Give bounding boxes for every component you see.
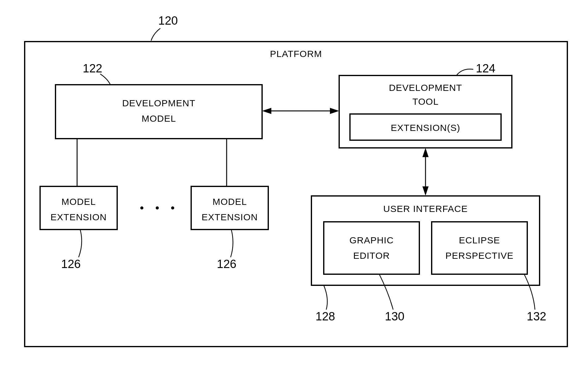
dev-tool-refnum: 124 <box>476 62 495 75</box>
leader-128 <box>324 285 327 310</box>
ellipsis-dot1 <box>140 206 143 209</box>
ellipsis-dot2 <box>156 206 159 209</box>
model-ext-left-box <box>40 186 117 230</box>
model-ext-right-line2: EXTENSION <box>202 212 258 222</box>
model-ext-left-line2: EXTENSION <box>51 212 107 222</box>
platform-label: PLATFORM <box>270 49 322 59</box>
dev-tool-line1: DEVELOPMENT <box>389 83 462 93</box>
model-ext-left-refnum: 126 <box>61 258 80 270</box>
eclipse-line1: ECLIPSE <box>459 235 500 245</box>
graphic-editor-refnum: 130 <box>385 310 404 323</box>
leader-120 <box>151 28 160 41</box>
graphic-editor-line1: GRAPHIC <box>349 235 394 245</box>
dev-model-line2: MODEL <box>142 113 176 124</box>
diagram-root: PLATFORM 120 DEVELOPMENT MODEL 122 MODEL… <box>0 0 588 370</box>
model-ext-right-box <box>191 186 268 230</box>
model-ext-left-line1: MODEL <box>61 197 96 207</box>
eclipse-line2: PERSPECTIVE <box>445 250 513 261</box>
graphic-editor-line2: EDITOR <box>353 250 390 261</box>
platform-refnum: 120 <box>158 14 178 27</box>
dev-model-box <box>56 85 262 139</box>
leader-126-left <box>79 230 82 257</box>
leader-132 <box>524 274 535 310</box>
dev-tool-line2: TOOL <box>412 96 438 107</box>
ellipsis-dot3 <box>171 206 174 209</box>
arrowhead-up-2 <box>422 148 429 157</box>
dev-model-refnum: 122 <box>83 62 102 75</box>
eclipse-box <box>432 222 527 274</box>
model-ext-right-refnum: 126 <box>217 258 236 270</box>
leader-130 <box>379 274 393 310</box>
extensions-label: EXTENSION(S) <box>391 123 460 133</box>
ui-label: USER INTERFACE <box>383 204 468 214</box>
model-ext-right-line1: MODEL <box>212 197 247 207</box>
leader-126-right <box>231 230 233 257</box>
leader-124 <box>456 69 473 75</box>
platform-box <box>25 42 567 347</box>
arrowhead-down-2 <box>422 186 429 196</box>
leader-122 <box>100 74 110 85</box>
eclipse-refnum: 132 <box>527 310 546 323</box>
dev-model-line1: DEVELOPMENT <box>122 98 195 108</box>
ui-refnum: 128 <box>315 310 335 323</box>
arrowhead-right-1 <box>330 108 339 114</box>
graphic-editor-box <box>324 222 419 274</box>
arrowhead-left-1 <box>262 108 271 114</box>
